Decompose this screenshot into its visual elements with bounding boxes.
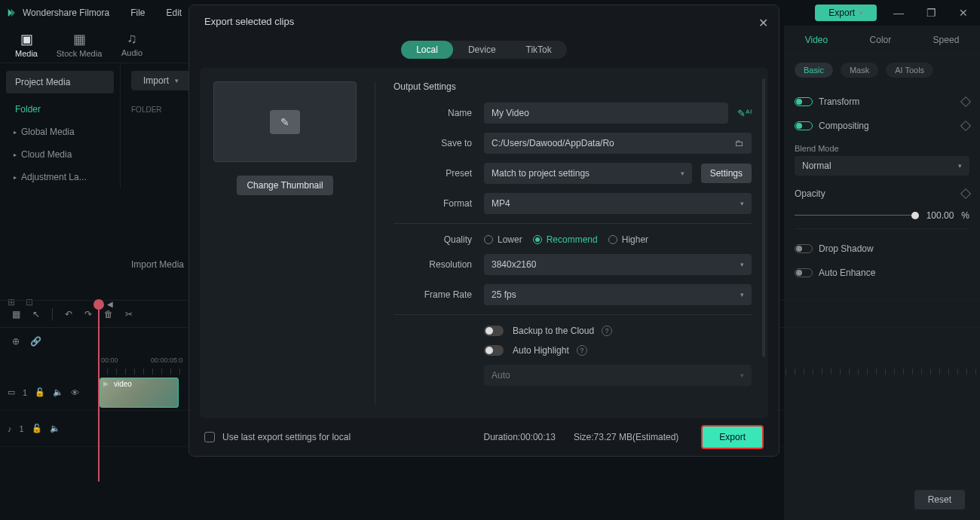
triangle-icon: ▸	[14, 174, 17, 181]
auto-highlight-label: Auto Highlight	[513, 345, 569, 356]
inspector-subtab-aitools[interactable]: AI Tools	[886, 63, 933, 78]
lock-icon[interactable]: 🔓	[35, 387, 45, 397]
quality-lower-radio[interactable]: Lower	[484, 234, 522, 245]
quality-higher-radio[interactable]: Higher	[608, 234, 648, 245]
chevron-down-icon: ▾	[681, 170, 684, 177]
autoenhance-toggle[interactable]	[795, 268, 813, 277]
triangle-icon: ▸	[14, 151, 17, 158]
export-size: Size:73.27 MB(Estimated)	[574, 432, 678, 442]
resolution-label: Resolution	[394, 259, 484, 270]
grid-icon[interactable]: ▦	[12, 309, 20, 320]
use-last-export-checkbox[interactable]	[204, 432, 215, 442]
inspector-tab-color[interactable]: Color	[862, 32, 899, 48]
edit-thumbnail-icon[interactable]: ✎	[270, 110, 300, 134]
video-clip[interactable]: ▶ video	[100, 378, 179, 408]
info-icon[interactable]: ?	[577, 345, 587, 356]
preset-select[interactable]: Match to project settings▾	[484, 163, 692, 184]
dropshadow-toggle[interactable]	[795, 244, 813, 253]
export-tab-group: Local Device TikTok	[401, 41, 567, 59]
stock-media-icon: ▦	[73, 31, 86, 47]
menu-file[interactable]: File	[130, 8, 145, 18]
folder-icon[interactable]: 🗀	[735, 138, 744, 148]
import-dropdown[interactable]: Import▾	[131, 71, 191, 90]
change-thumbnail-button[interactable]: Change Thumbnail	[237, 176, 333, 195]
format-select[interactable]: MP4▾	[484, 193, 752, 214]
chevron-down-icon: ▾	[740, 200, 744, 207]
import-media-placeholder[interactable]: Import Media	[131, 259, 184, 270]
output-settings-header: Output Settings	[394, 81, 752, 92]
sidebar-cloud-media[interactable]: ▸Cloud Media	[0, 143, 120, 166]
audio-icon: ♫	[127, 31, 137, 47]
link-icon[interactable]: 🔗	[30, 336, 41, 347]
saveto-input[interactable]: C:/Users/Dawood/AppData/Ro🗀	[484, 133, 752, 154]
export-tab-device[interactable]: Device	[453, 41, 511, 59]
close-icon[interactable]: ✕	[758, 16, 768, 30]
export-button[interactable]: Export	[701, 425, 764, 449]
inspector-subtab-basic[interactable]: Basic	[795, 63, 833, 78]
framerate-select[interactable]: 25 fps▾	[484, 284, 752, 305]
chevron-down-icon: ▾	[859, 9, 863, 17]
export-tab-tiktok[interactable]: TikTok	[511, 41, 567, 59]
cut-icon[interactable]: ✂	[125, 309, 133, 320]
mute-icon[interactable]: 🔈	[50, 424, 60, 433]
scrollbar[interactable]	[762, 78, 765, 357]
keyframe-diamond-icon[interactable]	[960, 96, 971, 107]
lock-icon[interactable]: 🔓	[32, 424, 42, 433]
project-media-button[interactable]: Project Media	[6, 71, 114, 93]
media-icon: ▣	[20, 31, 33, 47]
tab-audio[interactable]: ♫Audio	[106, 26, 158, 63]
transform-label: Transform	[819, 96, 859, 107]
eye-icon[interactable]: 👁	[71, 388, 79, 397]
inspector-tab-video[interactable]: Video	[798, 32, 835, 48]
trash-icon[interactable]: 🗑	[104, 309, 113, 320]
export-tab-local[interactable]: Local	[401, 41, 453, 59]
menu-edit[interactable]: Edit	[167, 8, 182, 18]
pointer-icon[interactable]: ↖	[32, 309, 40, 320]
auto-highlight-toggle[interactable]	[484, 345, 504, 356]
marker-icon[interactable]: ⊕	[12, 336, 20, 347]
backup-cloud-label: Backup to the Cloud	[513, 326, 594, 336]
use-last-export-label: Use last export settings for local	[222, 432, 351, 442]
chevron-down-icon: ▾	[740, 261, 744, 268]
sidebar-global-media[interactable]: ▸Global Media	[0, 121, 120, 143]
app-menu: File Edit	[130, 8, 182, 18]
tab-stock-media[interactable]: ▦Stock Media	[53, 26, 106, 63]
minimize-button[interactable]: —	[887, 7, 910, 19]
sidebar-folder[interactable]: Folder	[0, 98, 120, 121]
inspector-tab-speed[interactable]: Speed	[926, 32, 967, 48]
maximize-button[interactable]: ❐	[920, 7, 942, 19]
export-duration: Duration:00:00:13	[484, 432, 556, 442]
backup-cloud-toggle[interactable]	[484, 326, 504, 336]
inspector-subtab-mask[interactable]: Mask	[841, 63, 878, 78]
ai-name-icon[interactable]: ✎ᴬᴵ	[737, 108, 752, 119]
folder-header: FOLDER	[131, 106, 162, 114]
tab-media[interactable]: ▣Media	[0, 26, 53, 63]
preset-settings-button[interactable]: Settings	[701, 164, 752, 183]
transform-toggle[interactable]	[795, 97, 813, 106]
playhead[interactable]	[98, 301, 100, 482]
blendmode-select[interactable]: Normal▾	[795, 156, 969, 176]
opacity-value: 100.00	[926, 210, 954, 221]
keyframe-diamond-icon[interactable]	[960, 188, 971, 199]
opacity-slider[interactable]: 100.00%	[795, 210, 969, 221]
quality-label: Quality	[394, 234, 484, 245]
compositing-toggle[interactable]	[795, 121, 813, 130]
chevron-down-icon: ▾	[958, 162, 962, 170]
close-window-button[interactable]: ✕	[953, 7, 974, 19]
quality-recommend-radio[interactable]: Recommend	[533, 234, 598, 245]
auto-highlight-select: Auto▾	[484, 365, 752, 386]
app-logo-icon	[6, 7, 18, 19]
sidebar-adjustment-layer[interactable]: ▸Adjustment La...	[0, 166, 120, 188]
thumbnail-preview: ✎	[213, 81, 357, 162]
toolbar-export-button[interactable]: Export▾	[815, 5, 877, 21]
resolution-select[interactable]: 3840x2160▾	[484, 254, 752, 275]
name-label: Name	[394, 108, 484, 118]
redo-icon[interactable]: ↷	[84, 309, 92, 320]
media-source-tabs: ▣Media ▦Stock Media ♫Audio	[0, 26, 188, 63]
undo-icon[interactable]: ↶	[65, 309, 72, 320]
keyframe-diamond-icon[interactable]	[960, 121, 971, 131]
mute-icon[interactable]: 🔈	[53, 387, 63, 397]
info-icon[interactable]: ?	[602, 326, 612, 336]
name-input[interactable]	[484, 102, 728, 124]
media-sidebar: Project Media Folder ▸Global Media ▸Clou…	[0, 63, 121, 188]
